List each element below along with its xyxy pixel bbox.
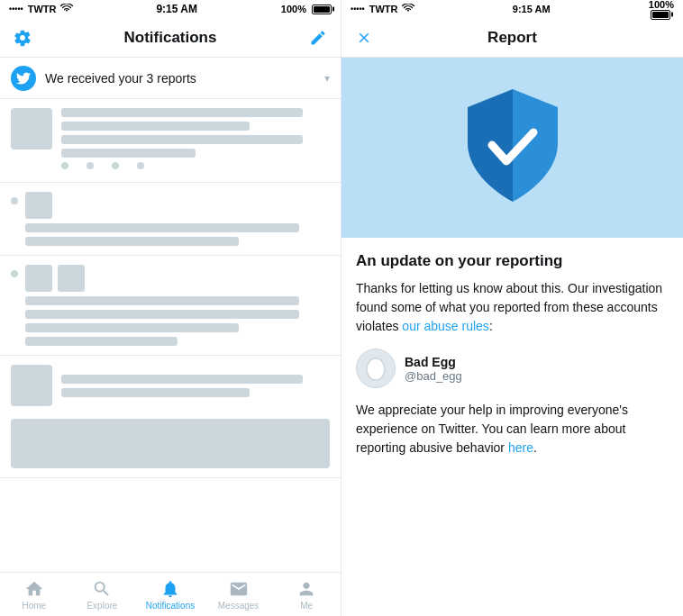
text-line xyxy=(25,337,178,346)
report-body-2: We appreciate your help in improving eve… xyxy=(356,401,669,457)
text-line xyxy=(61,108,303,117)
right-battery-pct: 100% xyxy=(649,0,674,10)
left-panel: ••••• TWTR 9:15 AM 100% xyxy=(0,0,342,616)
tab-explore-label: Explore xyxy=(87,601,117,611)
media-placeholder xyxy=(11,419,330,468)
content-lines xyxy=(61,365,330,406)
text-line xyxy=(25,237,239,246)
report-content: An update on your reporting Thanks for l… xyxy=(342,238,683,616)
shield-icon xyxy=(454,80,571,215)
page-title: Notifications xyxy=(124,29,217,47)
right-time: 9:15 AM xyxy=(513,4,551,14)
notification-text: We received your 3 reports xyxy=(45,71,324,86)
tab-notifications-label: Notifications xyxy=(146,601,195,611)
right-status-icons-r: 100% xyxy=(649,0,674,20)
text-line xyxy=(61,122,250,131)
notification-row-3[interactable] xyxy=(0,256,341,356)
notification-header[interactable]: We received your 3 reports ▾ xyxy=(0,58,341,99)
text-line xyxy=(25,323,239,332)
home-icon xyxy=(24,579,44,599)
dot-indicator xyxy=(11,197,18,204)
wifi-icon xyxy=(60,4,73,14)
text-line xyxy=(61,375,303,384)
report-body-1: Thanks for letting us know about this. O… xyxy=(356,279,669,336)
account-handle: @bad_egg xyxy=(405,369,462,383)
left-nav-bar: Notifications xyxy=(0,18,341,58)
content-lines xyxy=(61,108,330,173)
notification-row-4[interactable] xyxy=(0,356,341,478)
signal-dots: ••••• xyxy=(9,5,23,14)
tab-notifications[interactable]: Notifications xyxy=(136,573,205,616)
battery-pct: 100% xyxy=(281,4,306,14)
report-page-title: Report xyxy=(487,29,537,47)
gear-icon[interactable] xyxy=(13,28,32,48)
explore-icon xyxy=(92,579,112,599)
tab-bar: Home Explore Notifications Messages Me xyxy=(0,572,341,616)
right-wifi-icon xyxy=(402,4,414,14)
left-time: 9:15 AM xyxy=(156,3,197,15)
text-line xyxy=(61,388,250,397)
compose-edit-icon[interactable] xyxy=(308,28,328,48)
battery-icon xyxy=(312,5,332,14)
action-dots xyxy=(61,162,330,173)
avatar-placeholder xyxy=(11,365,52,406)
account-name: Bad Egg xyxy=(405,355,462,369)
account-row: Bad Egg @bad_egg xyxy=(356,349,669,388)
text-line xyxy=(61,135,303,144)
left-status-bar: ••••• TWTR 9:15 AM 100% xyxy=(0,0,341,18)
abuse-rules-link[interactable]: our abuse rules xyxy=(402,319,489,333)
avatar-placeholder xyxy=(11,108,52,149)
bad-egg-avatar xyxy=(356,349,396,388)
tab-me[interactable]: Me xyxy=(272,573,341,616)
report-body-text-2: We appreciate your help in improving eve… xyxy=(356,403,628,455)
tab-home[interactable]: Home xyxy=(0,573,68,616)
tab-explore[interactable]: Explore xyxy=(68,573,137,616)
notification-row-2[interactable] xyxy=(0,183,341,256)
avatar-sm xyxy=(25,192,52,219)
shield-banner xyxy=(342,58,683,238)
report-body-colon: : xyxy=(489,319,493,333)
right-battery-icon xyxy=(651,10,670,20)
messages-icon xyxy=(229,579,249,599)
report-heading: An update on your reporting xyxy=(356,252,669,270)
me-icon xyxy=(296,579,316,599)
text-line xyxy=(25,223,299,232)
tab-me-label: Me xyxy=(300,601,313,611)
notifications-content xyxy=(0,99,341,572)
text-line xyxy=(25,310,299,319)
right-panel: ••••• TWTR 9:15 AM 100% xyxy=(342,0,683,616)
right-status-icons: 100% xyxy=(281,4,332,14)
chevron-down-icon: ▾ xyxy=(324,72,330,85)
here-link[interactable]: here xyxy=(508,440,533,455)
right-nav-bar: Report xyxy=(342,18,683,58)
tab-home-label: Home xyxy=(22,601,46,611)
right-status-bar: ••••• TWTR 9:15 AM 100% xyxy=(342,0,683,18)
right-signal-dots: ••••• xyxy=(351,5,365,14)
report-body-end: . xyxy=(533,440,537,455)
right-carrier-label: TWTR xyxy=(369,4,398,14)
tab-messages-label: Messages xyxy=(218,601,260,611)
text-line xyxy=(25,296,299,305)
avatar-md-2 xyxy=(58,265,85,292)
text-line xyxy=(61,149,196,158)
carrier-label: TWTR xyxy=(28,4,57,14)
egg-icon xyxy=(361,354,390,383)
dot-indicator xyxy=(11,270,18,277)
close-button[interactable] xyxy=(354,28,374,48)
tab-messages[interactable]: Messages xyxy=(205,573,273,616)
avatar-md xyxy=(25,265,52,292)
notification-row-1[interactable] xyxy=(0,99,341,183)
twitter-bird-icon xyxy=(11,66,36,91)
notifications-icon xyxy=(160,579,180,599)
account-info: Bad Egg @bad_egg xyxy=(405,355,462,383)
svg-point-0 xyxy=(367,358,385,380)
